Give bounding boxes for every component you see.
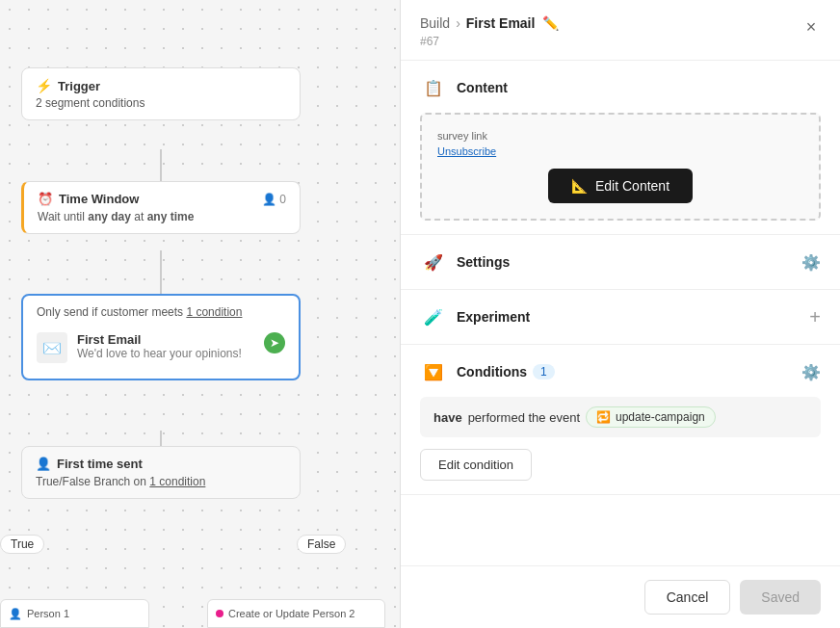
bottom-right-label: Create or Update Person 2 bbox=[228, 608, 354, 619]
fts-body: True/False Branch on 1 condition bbox=[36, 475, 286, 488]
saved-button: Saved bbox=[740, 580, 821, 615]
content-section-header[interactable]: 📋 Content bbox=[420, 74, 821, 101]
email-icon: ✉️ bbox=[37, 332, 67, 363]
branch-true-label: True bbox=[0, 535, 44, 554]
workflow-canvas: ⚡ Trigger 2 segment conditions ⏰ Time Wi… bbox=[0, 0, 400, 628]
conditions-title: Conditions bbox=[457, 364, 527, 379]
bottom-node-left[interactable]: 👤 Person 1 bbox=[0, 599, 149, 628]
breadcrumb-current: First Email bbox=[466, 15, 536, 31]
edit-content-label: Edit Content bbox=[595, 178, 669, 194]
dot-icon bbox=[216, 610, 223, 617]
content-icon: 📋 bbox=[420, 74, 447, 101]
email-node[interactable]: Only send if customer meets 1 condition … bbox=[21, 294, 301, 380]
email-send-badge: ➤ bbox=[264, 332, 285, 353]
settings-title: Settings bbox=[457, 254, 510, 270]
email-condition: Only send if customer meets 1 condition bbox=[37, 305, 285, 319]
trigger-subtitle: 2 segment conditions bbox=[36, 96, 286, 110]
panel-body: 📋 Content survey link Unsubscribe 📐 Edit… bbox=[401, 61, 840, 565]
panel-footer: Cancel Saved bbox=[401, 565, 840, 628]
time-window-count: 0 bbox=[279, 193, 286, 206]
settings-section: 🚀 Settings ⚙️ bbox=[401, 235, 840, 290]
panel-header: Build › First Email ✏️ #67 × bbox=[401, 0, 840, 61]
settings-icon: 🚀 bbox=[420, 249, 447, 275]
person-icon: 👤 bbox=[262, 193, 276, 206]
preview-text: survey link bbox=[437, 130, 803, 142]
experiment-add-icon[interactable]: + bbox=[809, 306, 821, 328]
experiment-icon: 🧪 bbox=[420, 303, 447, 330]
breadcrumb-build: Build bbox=[420, 15, 450, 31]
settings-action-icon: ⚙️ bbox=[801, 253, 821, 272]
detail-panel: Build › First Email ✏️ #67 × 📋 Content s… bbox=[400, 0, 840, 628]
bottom-node-right[interactable]: Create or Update Person 2 bbox=[207, 599, 385, 628]
conditions-badge: 1 bbox=[533, 364, 555, 379]
panel-id: #67 bbox=[420, 35, 821, 48]
content-title: Content bbox=[457, 80, 508, 95]
preview-link[interactable]: Unsubscribe bbox=[437, 145, 803, 157]
edit-content-icon: 📐 bbox=[571, 178, 588, 194]
person-icon-left: 👤 bbox=[9, 608, 22, 620]
fts-title: First time sent bbox=[57, 457, 143, 471]
condition-event-icon: 🔁 bbox=[596, 410, 611, 424]
condition-have: have bbox=[433, 410, 462, 425]
time-window-title: Time Window bbox=[59, 192, 139, 206]
content-section: 📋 Content survey link Unsubscribe 📐 Edit… bbox=[401, 61, 840, 235]
bottom-left-label: Person 1 bbox=[27, 608, 69, 619]
conditions-section: 🔽 Conditions 1 ⚙️ have performed the eve… bbox=[401, 345, 840, 495]
condition-event-badge: 🔁 update-campaign bbox=[586, 406, 716, 428]
experiment-section: 🧪 Experiment + bbox=[401, 290, 840, 345]
conditions-section-header[interactable]: 🔽 Conditions 1 ⚙️ bbox=[420, 358, 821, 385]
experiment-section-header[interactable]: 🧪 Experiment + bbox=[420, 303, 821, 330]
trigger-icon: ⚡ bbox=[36, 78, 52, 93]
edit-content-button[interactable]: 📐 Edit Content bbox=[548, 169, 693, 203]
experiment-title: Experiment bbox=[457, 309, 530, 325]
settings-section-header[interactable]: 🚀 Settings ⚙️ bbox=[420, 249, 821, 275]
time-window-node[interactable]: ⏰ Time Window 👤 0 Wait until any day at … bbox=[21, 181, 301, 234]
time-window-icon: ⏰ bbox=[38, 192, 53, 206]
email-name: First Email bbox=[77, 332, 254, 347]
trigger-title: Trigger bbox=[58, 79, 100, 93]
email-description: We'd love to hear your opinions! bbox=[77, 347, 254, 360]
trigger-node[interactable]: ⚡ Trigger 2 segment conditions bbox=[21, 67, 301, 120]
condition-text: performed the event bbox=[468, 410, 580, 425]
content-preview: survey link Unsubscribe 📐 Edit Content bbox=[420, 113, 821, 221]
first-time-sent-node[interactable]: 👤 First time sent True/False Branch on 1… bbox=[21, 446, 301, 499]
edit-condition-button[interactable]: Edit condition bbox=[420, 449, 532, 481]
connector-2 bbox=[160, 250, 162, 296]
conditions-icon: 🔽 bbox=[420, 358, 447, 385]
breadcrumb-separator: › bbox=[456, 15, 460, 31]
fts-icon: 👤 bbox=[36, 457, 51, 471]
time-window-body: Wait until any day at any time bbox=[38, 210, 286, 223]
branch-false-label: False bbox=[297, 535, 346, 554]
condition-row: have performed the event 🔁 update-campai… bbox=[420, 397, 821, 437]
cancel-button[interactable]: Cancel bbox=[644, 580, 731, 615]
breadcrumb: Build › First Email ✏️ bbox=[420, 15, 821, 31]
connector-1 bbox=[160, 149, 162, 183]
close-button[interactable]: × bbox=[798, 13, 825, 40]
conditions-action-icon: ⚙️ bbox=[801, 363, 821, 381]
edit-title-icon[interactable]: ✏️ bbox=[542, 15, 559, 31]
condition-event-name: update-campaign bbox=[616, 410, 705, 424]
